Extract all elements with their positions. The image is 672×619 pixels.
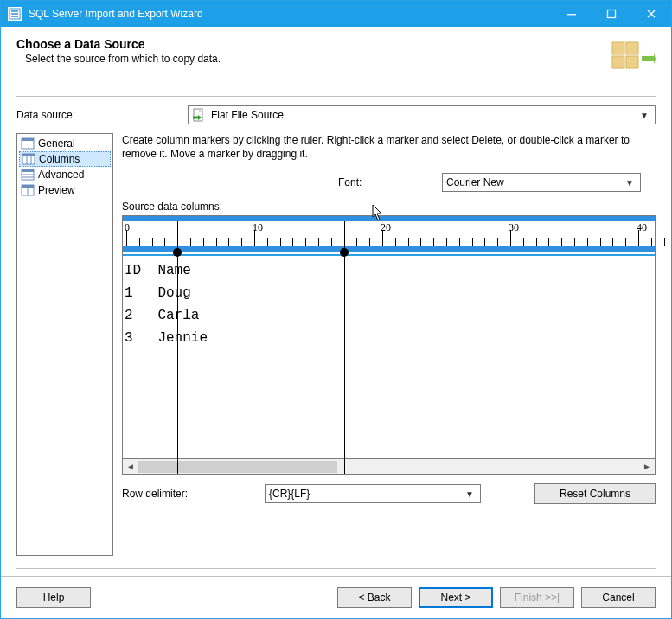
instruction-text: Create column markers by clicking the ru… [122,133,656,161]
wizard-header: Choose a Data Source Select the source f… [1,27,671,86]
svg-rect-14 [22,154,35,156]
row-delimiter-label: Row delimiter: [122,488,247,500]
source-columns-label: Source data columns: [122,201,656,213]
wizard-glyph-icon [607,37,656,80]
chevron-down-icon: ▼ [637,111,651,120]
minimize-button[interactable] [552,1,592,27]
font-value: Courier New [446,176,623,188]
column-marker-handle[interactable] [173,248,182,257]
app-icon [8,7,22,21]
page-subtitle: Select the source from which to copy dat… [25,53,602,65]
sidebar-item-preview[interactable]: Preview [19,182,111,198]
svg-rect-6 [612,42,624,54]
scroll-left-button[interactable]: ◄ [123,460,138,474]
sidebar-item-label: Columns [39,153,80,165]
svg-rect-8 [612,56,624,68]
data-source-row: Data source: Flat File Source ▼ [16,105,656,124]
btn-label: Next > [440,591,470,603]
divider [16,96,656,97]
font-combo[interactable]: Courier New ▼ [442,173,641,192]
divider [16,568,656,569]
data-source-value: Flat File Source [211,109,637,121]
window-title: SQL Server Import and Export Wizard [29,8,552,20]
sidebar-item-label: Preview [38,184,75,196]
reset-columns-label: Reset Columns [560,488,630,500]
svg-rect-18 [22,169,34,172]
chevron-down-icon: ▼ [463,489,477,499]
sidebar-item-general[interactable]: General [19,136,111,151]
title-bar: SQL Server Import and Export Wizard [1,1,671,27]
btn-label: Cancel [602,591,634,603]
wizard-sidebar: General Columns Advanced [16,133,113,556]
columns-icon [22,153,35,165]
svg-rect-7 [626,42,638,54]
maximize-button[interactable] [592,1,631,27]
row-delimiter-value: {CR}{LF} [269,488,463,500]
preview-icon [21,184,35,196]
general-icon [21,137,35,150]
svg-rect-12 [22,138,34,141]
scroll-thumb[interactable] [138,461,337,473]
data-preview: ID Name 1 Doug 2 Carla 3 Jennie [123,256,655,458]
column-marker[interactable] [177,221,178,474]
svg-rect-22 [22,185,34,188]
font-row: Font: Courier New ▼ [122,173,656,192]
flat-file-icon [192,108,206,122]
svg-rect-3 [11,16,18,17]
svg-rect-2 [11,13,18,15]
source-data-grid[interactable]: 010203040 ID Name 1 Doug 2 Carla 3 Jenni… [122,215,656,475]
row-delimiter-combo[interactable]: {CR}{LF} ▼ [265,484,481,503]
advanced-icon [21,169,35,181]
data-source-combo[interactable]: Flat File Source ▼ [188,105,656,124]
sidebar-item-advanced[interactable]: Advanced [19,167,111,182]
btn-label: < Back [358,591,390,603]
sidebar-item-label: Advanced [38,169,84,181]
back-button[interactable]: < Back [337,587,412,608]
data-source-label: Data source: [16,109,188,121]
close-button[interactable] [631,1,671,27]
wizard-footer: Help < Back Next > Finish >>| Cancel [1,576,671,618]
row-delimiter-row: Row delimiter: {CR}{LF} ▼ Reset Columns [122,483,656,504]
sidebar-item-label: General [38,137,75,150]
next-button[interactable]: Next > [419,587,493,608]
column-marker-handle[interactable] [340,248,349,257]
btn-label: Help [43,591,65,603]
svg-rect-1 [11,10,18,12]
wizard-body: Data source: Flat File Source ▼ General [1,86,671,576]
page-title: Choose a Data Source [16,37,602,51]
horizontal-scrollbar[interactable]: ◄ ► [123,458,655,474]
btn-label: Finish >>| [515,591,560,603]
wizard-window: SQL Server Import and Export Wizard Choo… [0,0,672,619]
sidebar-item-columns[interactable]: Columns [19,151,111,167]
column-marker[interactable] [344,221,345,474]
columns-pane: Create column markers by clicking the ru… [122,133,656,556]
cancel-button[interactable]: Cancel [581,587,656,608]
reset-columns-button[interactable]: Reset Columns [534,483,656,504]
finish-button: Finish >>| [500,587,574,608]
chevron-down-icon: ▼ [623,178,637,188]
svg-rect-9 [626,56,638,68]
font-label: Font: [338,176,442,188]
help-button[interactable]: Help [16,587,91,608]
svg-rect-4 [567,14,576,15]
ruler[interactable]: 010203040 [123,216,655,256]
svg-rect-5 [608,10,616,18]
scroll-right-button[interactable]: ► [639,460,655,474]
